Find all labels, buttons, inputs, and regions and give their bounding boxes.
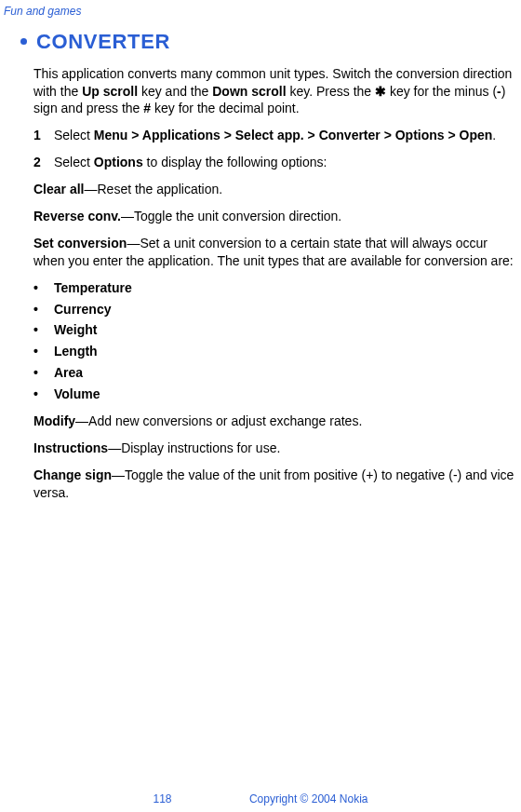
option-name: Set conversion [33, 236, 127, 250]
section-heading: CONVERTER [22, 28, 517, 56]
unit-type: Volume [54, 386, 100, 403]
option-name: Clear all [33, 182, 84, 196]
unit-type: Currency [54, 301, 111, 318]
step-number: 1 [33, 127, 54, 144]
running-head: Fun and games [4, 4, 81, 19]
page-content: CONVERTER This application converts many… [22, 28, 517, 511]
menu-item: Options [94, 155, 143, 169]
copyright-text: Copyright © 2004 Nokia [249, 792, 368, 805]
list-item: Length [33, 343, 517, 360]
list-item: Weight [33, 321, 517, 339]
option-name: Reverse conv. [33, 209, 121, 223]
unit-type: Weight [54, 321, 97, 339]
option-change-sign: Change sign—Toggle the value of the unit… [33, 467, 517, 502]
option-desc: —Toggle the unit conversion direction. [121, 209, 341, 223]
intro-paragraph: This application converts many common un… [33, 65, 517, 118]
menu-path: Menu > Applications > Select app. > Conv… [94, 128, 493, 142]
option-instructions: Instructions—Display instructions for us… [33, 440, 517, 457]
list-item: Currency [33, 301, 517, 318]
text: key for the decimal point. [151, 101, 300, 115]
section-title: CONVERTER [36, 28, 170, 56]
option-name: Modify [33, 413, 75, 428]
list-item: Volume [33, 386, 517, 403]
step-text: Select Menu > Applications > Select app.… [54, 127, 496, 144]
step-text: Select Options to display the following … [54, 154, 327, 171]
step-2: 2 Select Options to display the followin… [33, 154, 517, 171]
key-name: Up scroll [82, 84, 138, 99]
unit-types-list: Temperature Currency Weight Length Area … [33, 279, 517, 403]
text: Select [54, 155, 94, 169]
hash-key: # [143, 101, 151, 115]
list-item: Area [33, 364, 517, 382]
star-icon: ✱ [375, 84, 386, 99]
option-reverse-conv: Reverse conv.—Toggle the unit conversion… [33, 208, 517, 225]
option-modify: Modify—Add new conversions or adjust exc… [33, 413, 517, 430]
option-desc: —Add new conversions or adjust exchange … [75, 413, 362, 428]
option-name: Change sign [33, 467, 112, 482]
text: key for the minus ( [386, 84, 497, 99]
list-item: Temperature [33, 279, 517, 297]
unit-type: Temperature [54, 279, 132, 297]
option-name: Instructions [33, 440, 108, 455]
step-1: 1 Select Menu > Applications > Select ap… [33, 127, 517, 144]
option-set-conversion: Set conversion—Set a unit conversion to … [33, 235, 517, 270]
unit-type: Length [54, 343, 98, 360]
option-desc: —Display instructions for use. [108, 440, 280, 455]
unit-type: Area [54, 364, 83, 382]
option-clear-all: Clear all—Reset the application. [33, 181, 517, 198]
text: key and the [138, 84, 212, 99]
text: . [492, 128, 496, 142]
option-desc: —Reset the application. [84, 182, 222, 196]
text: to display the following options: [143, 155, 327, 169]
text: key. Press the [287, 84, 375, 99]
page-number: 118 [154, 792, 172, 806]
bullet-icon [20, 38, 27, 45]
key-name: Down scroll [212, 84, 286, 99]
section-body: This application converts many common un… [33, 65, 517, 502]
step-number: 2 [33, 154, 54, 171]
text: Select [54, 128, 94, 142]
page-footer: 118 Copyright © 2004 Nokia [0, 792, 521, 806]
